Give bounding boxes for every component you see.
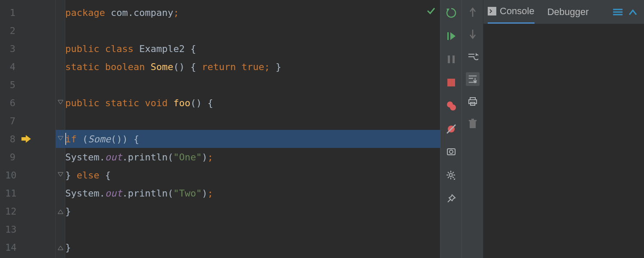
execution-pointer-icon (21, 135, 31, 143)
return-to-frame-button[interactable] (466, 5, 480, 19)
line-number[interactable]: 11 (0, 184, 55, 202)
svg-rect-0 (447, 32, 449, 40)
clear-all-button[interactable] (466, 117, 480, 131)
pin-button[interactable] (444, 192, 458, 206)
drop-frame-button[interactable] (466, 28, 480, 41)
line-number[interactable]: 9 (0, 148, 55, 166)
up-arrow-icon[interactable] (629, 9, 637, 15)
code-line[interactable]: public static void foo() { (65, 94, 440, 112)
svg-point-9 (450, 150, 453, 154)
line-gutter: 1 2 3 4 5 6 7 8 9 10 11 12 13 14 (0, 0, 56, 258)
code-line[interactable] (65, 220, 440, 238)
debug-step-toolbar (462, 0, 483, 258)
svg-rect-25 (470, 121, 476, 128)
fold-toggle[interactable] (56, 130, 65, 148)
line-number[interactable]: 3 (0, 40, 55, 58)
svg-rect-23 (469, 100, 477, 104)
fold-toggle[interactable] (56, 166, 65, 184)
mute-breakpoints-button[interactable] (444, 122, 458, 136)
svg-rect-2 (453, 55, 455, 63)
stop-button[interactable] (444, 76, 458, 89)
tab-label: Console (500, 6, 535, 17)
pause-button[interactable] (444, 52, 458, 66)
debug-toolbar (440, 0, 462, 258)
line-number[interactable]: 4 (0, 58, 55, 76)
line-number[interactable]: 5 (0, 76, 55, 94)
tab-console[interactable]: Console (488, 0, 535, 24)
code-line[interactable]: } else { (65, 166, 440, 184)
svg-line-16 (453, 177, 454, 178)
line-number[interactable]: 13 (0, 220, 55, 238)
console-output[interactable] (483, 24, 644, 258)
svg-rect-3 (447, 79, 455, 86)
code-line[interactable]: } (65, 238, 440, 256)
line-number[interactable]: 1 (0, 3, 55, 22)
svg-rect-27 (471, 119, 474, 120)
svg-line-15 (448, 172, 449, 173)
line-number[interactable]: 10 (0, 166, 55, 184)
tab-label: Debugger (547, 6, 589, 18)
debug-tabs: Console Debugger (483, 0, 644, 24)
svg-line-18 (453, 172, 454, 173)
get-thread-dump-button[interactable] (444, 145, 458, 159)
restore-layout-button[interactable] (466, 50, 480, 64)
svg-rect-1 (448, 55, 450, 63)
code-line[interactable]: package com.company; (65, 3, 440, 22)
debug-main: Console Debugger (483, 0, 644, 258)
code-line[interactable] (65, 76, 440, 94)
rerun-button[interactable] (444, 6, 458, 20)
code-line[interactable]: public class Example2 { (65, 40, 440, 58)
layout-icon[interactable] (612, 8, 623, 16)
code-line[interactable]: } (65, 202, 440, 220)
code-line[interactable] (65, 22, 440, 40)
settings-button[interactable] (444, 169, 458, 182)
code-line-current[interactable]: if (Some()) { (65, 130, 440, 148)
svg-point-5 (450, 104, 456, 111)
fold-toggle[interactable] (56, 238, 65, 256)
line-number[interactable]: 8 (0, 130, 55, 148)
fold-gutter (56, 0, 65, 258)
line-number[interactable]: 14 (0, 238, 55, 256)
code-line[interactable]: System.out.println("Two"); (65, 184, 440, 202)
resume-button[interactable] (444, 29, 458, 43)
code-editor: 1 2 3 4 5 6 7 8 9 10 11 12 13 14 (0, 0, 440, 258)
line-number[interactable]: 2 (0, 22, 55, 40)
print-button[interactable] (466, 95, 480, 108)
caret (65, 133, 66, 145)
line-number[interactable]: 6 (0, 94, 55, 112)
code-line[interactable]: static boolean Some() { return true; } (65, 58, 440, 76)
line-number[interactable]: 12 (0, 202, 55, 220)
svg-point-10 (449, 174, 452, 177)
code-area[interactable]: package com.company; public class Exampl… (65, 0, 440, 258)
tab-debugger[interactable]: Debugger (547, 0, 589, 24)
inspection-ok-icon[interactable] (426, 6, 436, 15)
svg-line-17 (448, 177, 449, 178)
debug-panel: Console Debugger (462, 0, 644, 258)
console-icon (488, 7, 496, 15)
code-line[interactable] (65, 112, 440, 130)
fold-toggle[interactable] (56, 202, 65, 220)
svg-rect-26 (469, 120, 477, 121)
code-line[interactable]: System.out.println("One"); (65, 148, 440, 166)
fold-toggle[interactable] (56, 94, 65, 112)
line-number[interactable]: 7 (0, 112, 55, 130)
scroll-to-stack-button[interactable] (466, 72, 480, 86)
view-breakpoints-button[interactable] (444, 99, 458, 113)
